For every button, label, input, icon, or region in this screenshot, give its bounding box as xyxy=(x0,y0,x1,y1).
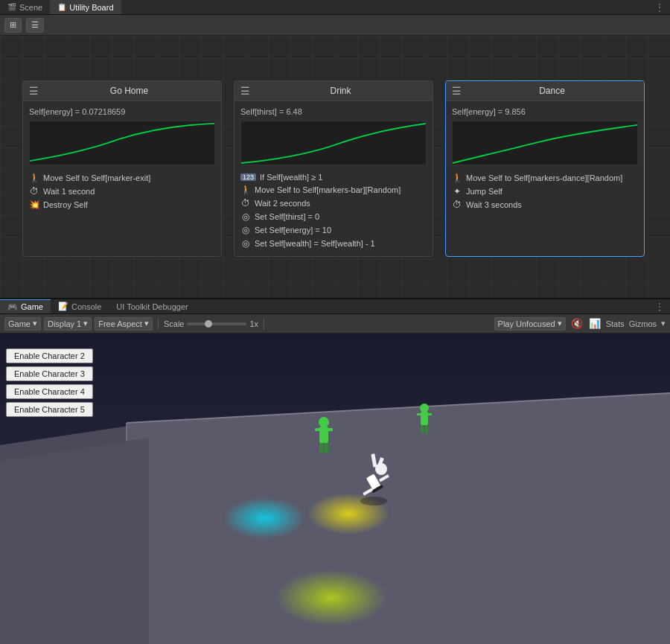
action-item: 123 If Self[wealth] ≥ 1 xyxy=(240,171,427,183)
svg-point-40 xyxy=(360,497,387,506)
svg-rect-29 xyxy=(421,425,424,433)
tab-ui-toolkit[interactable]: UI Toolkit Debugger xyxy=(109,299,195,313)
scale-label: Scale xyxy=(164,319,185,328)
card-drink: ☰ Drink Self[thirst] = 6.48 123 If Self[… xyxy=(234,80,433,257)
card-drink-actions: 123 If Self[wealth] ≥ 1 🚶 Move Self to S… xyxy=(240,171,427,250)
action-item: ✦ Jump Self xyxy=(452,185,638,198)
card-dance-menu[interactable]: ☰ xyxy=(452,85,462,97)
walk-icon: 🚶 xyxy=(240,185,251,195)
action-item: ⏱ Wait 2 seconds xyxy=(240,197,427,210)
card-drink-menu[interactable]: ☰ xyxy=(240,85,250,97)
action-item: 🚶 Move Self to Self[markers-dance][Rando… xyxy=(452,171,638,185)
svg-rect-23 xyxy=(319,443,323,453)
action-text: Set Self[thirst] = 0 xyxy=(255,212,319,221)
toolbar-sep-2 xyxy=(264,318,264,330)
set-icon: ◎ xyxy=(240,225,251,235)
set-icon: ◎ xyxy=(240,238,251,249)
enable-character-3-button[interactable]: Enable Character 3 xyxy=(6,366,93,381)
svg-rect-26 xyxy=(328,428,333,431)
action-item: ⏱ Wait 1 second xyxy=(29,185,215,198)
game-toolbar-right: Play Unfocused ▾ 🔇 📊 Stats Gizmos ▾ xyxy=(494,317,666,331)
svg-rect-27 xyxy=(421,412,428,425)
layout-icon-2: ☰ xyxy=(31,20,39,30)
card-go-home: ☰ Go Home Self[energy] = 0.07218659 🚶 Mo… xyxy=(22,80,222,257)
play-unfocused-dropdown[interactable]: Play Unfocused ▾ xyxy=(494,317,566,331)
action-text: If Self[wealth] ≥ 1 xyxy=(260,173,322,182)
enable-character-2-button[interactable]: Enable Character 2 xyxy=(6,348,93,363)
scale-slider[interactable] xyxy=(187,322,246,325)
action-text: Set Self[energy] = 10 xyxy=(255,226,331,235)
enable-character-5-button[interactable]: Enable Character 5 xyxy=(6,402,93,417)
aspect-dropdown-arrow: ▾ xyxy=(144,319,149,328)
card-go-home-chart xyxy=(29,121,215,165)
game-dropdown[interactable]: Game ▾ xyxy=(4,317,41,331)
action-item: ◎ Set Self[thirst] = 0 xyxy=(240,210,427,223)
destroy-icon: 💥 xyxy=(29,200,39,210)
svg-point-28 xyxy=(420,404,429,412)
svg-point-18 xyxy=(223,497,305,539)
tab-game[interactable]: 🎮 Game xyxy=(0,299,51,313)
svg-rect-32 xyxy=(428,413,432,415)
cards-container: ☰ Go Home Self[energy] = 0.07218659 🚶 Mo… xyxy=(22,80,645,257)
card-go-home-menu[interactable]: ☰ xyxy=(29,85,39,97)
svg-marker-3 xyxy=(127,393,670,644)
layout-btn-1[interactable]: ⊞ xyxy=(4,18,22,33)
game-tab-more[interactable]: ⋮ xyxy=(649,302,670,312)
gizmos-label[interactable]: Gizmos xyxy=(629,319,657,328)
card-go-home-body: Self[energy] = 0.07218659 🚶 Move Self to… xyxy=(23,101,221,217)
stats-label[interactable]: Stats xyxy=(606,319,625,328)
enable-character-4-button[interactable]: Enable Character 4 xyxy=(6,384,93,399)
play-unfocused-label: Play Unfocused xyxy=(498,319,555,328)
display-dropdown-label: Display 1 xyxy=(48,319,81,328)
game-dropdown-label: Game xyxy=(8,319,31,328)
action-text: Set Self[wealth] = Self[wealth] - 1 xyxy=(255,239,375,248)
toolbar-sep-1 xyxy=(158,318,159,330)
set-icon: ◎ xyxy=(240,211,251,222)
action-text: Destroy Self xyxy=(43,200,88,209)
card-dance-chart xyxy=(452,121,638,165)
display-stats-icon[interactable]: 📊 xyxy=(588,317,602,331)
action-item: ◎ Set Self[energy] = 10 xyxy=(240,223,427,237)
action-item: ⏱ Wait 3 seconds xyxy=(452,198,638,211)
card-drink-header: ☰ Drink xyxy=(234,81,433,101)
card-dance-header: ☰ Dance xyxy=(446,81,644,101)
play-unfocused-arrow: ▾ xyxy=(558,319,562,328)
action-item: 🚶 Move Self to Self[marker-exit] xyxy=(29,171,215,185)
game-tab-label: Game xyxy=(21,302,43,311)
game-dropdown-arrow: ▾ xyxy=(33,319,37,328)
mute-icon[interactable]: 🔇 xyxy=(570,317,584,331)
timer-icon: ⏱ xyxy=(29,186,39,197)
action-text: Jump Self xyxy=(466,187,502,196)
game-panel-tabs: 🎮 Game 📝 Console UI Toolkit Debugger ⋮ xyxy=(0,298,670,314)
card-go-home-stat: Self[energy] = 0.07218659 xyxy=(29,107,215,116)
card-dance-title: Dance xyxy=(466,86,638,96)
enable-buttons-container: Enable Character 2 Enable Character 3 En… xyxy=(6,348,93,417)
action-text: Move Self to Self[markers-dance][Random] xyxy=(466,173,622,182)
card-drink-stat: Self[thirst] = 6.48 xyxy=(240,107,427,116)
console-tab-icon: 📝 xyxy=(58,302,68,311)
walk-icon: 🚶 xyxy=(29,173,39,183)
action-text: Wait 2 seconds xyxy=(255,199,310,208)
card-dance-body: Self[energy] = 9.856 🚶 Move Self to Self… xyxy=(446,101,644,217)
action-item: 💥 Destroy Self xyxy=(29,198,215,211)
card-dance-actions: 🚶 Move Self to Self[markers-dance][Rando… xyxy=(452,171,638,211)
console-tab-label: Console xyxy=(71,302,101,311)
top-tab-more[interactable]: ⋮ xyxy=(649,2,670,13)
action-item: ◎ Set Self[wealth] = Self[wealth] - 1 xyxy=(240,237,427,250)
utility-board-icon: 📋 xyxy=(57,3,66,11)
card-drink-chart xyxy=(240,121,427,165)
ui-toolkit-tab-label: UI Toolkit Debugger xyxy=(116,302,188,311)
card-drink-title: Drink xyxy=(255,86,427,96)
layout-btn-2[interactable]: ☰ xyxy=(26,18,44,33)
game-toolbar: Game ▾ Display 1 ▾ Free Aspect ▾ Scale 1… xyxy=(0,314,670,334)
tab-scene[interactable]: 🎬 Scene xyxy=(0,0,50,14)
scene-3d-svg xyxy=(0,334,670,644)
display-dropdown[interactable]: Display 1 ▾ xyxy=(44,317,92,331)
tab-utility-board[interactable]: 📋 Utility Board xyxy=(50,0,121,14)
utility-board-tab-label: Utility Board xyxy=(69,3,113,12)
tab-console[interactable]: 📝 Console xyxy=(51,299,109,313)
aspect-dropdown[interactable]: Free Aspect ▾ xyxy=(95,317,153,331)
card-dance-stat: Self[energy] = 9.856 xyxy=(452,107,638,116)
scene-toolbar: ⊞ ☰ xyxy=(0,15,670,36)
display-dropdown-arrow: ▾ xyxy=(83,319,88,328)
